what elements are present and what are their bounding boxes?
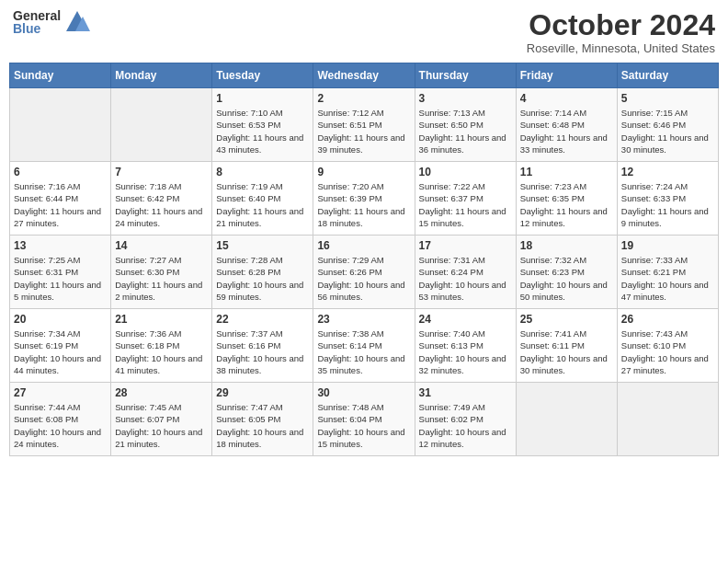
day-number: 20 bbox=[14, 313, 107, 326]
day-info: Sunrise: 7:16 AM Sunset: 6:44 PM Dayligh… bbox=[14, 180, 107, 229]
day-info: Sunrise: 7:33 AM Sunset: 6:21 PM Dayligh… bbox=[621, 254, 714, 303]
day-number: 6 bbox=[14, 166, 107, 178]
cell-week2-day2: 8Sunrise: 7:19 AM Sunset: 6:40 PM Daylig… bbox=[212, 162, 313, 236]
cell-week1-day1 bbox=[111, 88, 212, 162]
calendar-header: SundayMondayTuesdayWednesdayThursdayFrid… bbox=[10, 63, 719, 88]
day-number: 8 bbox=[216, 166, 309, 178]
header-tuesday: Tuesday bbox=[212, 63, 313, 88]
week-row-4: 20Sunrise: 7:34 AM Sunset: 6:19 PM Dayli… bbox=[10, 309, 719, 383]
cell-week3-day4: 17Sunrise: 7:31 AM Sunset: 6:24 PM Dayli… bbox=[415, 236, 516, 309]
header-thursday: Thursday bbox=[415, 63, 516, 88]
day-info: Sunrise: 7:27 AM Sunset: 6:30 PM Dayligh… bbox=[115, 254, 208, 303]
calendar-body: 1Sunrise: 7:10 AM Sunset: 6:53 PM Daylig… bbox=[10, 88, 719, 456]
cell-week3-day5: 18Sunrise: 7:32 AM Sunset: 6:23 PM Dayli… bbox=[516, 236, 617, 309]
day-info: Sunrise: 7:20 AM Sunset: 6:39 PM Dayligh… bbox=[317, 180, 410, 229]
cell-week1-day0 bbox=[10, 88, 111, 162]
cell-week1-day5: 4Sunrise: 7:14 AM Sunset: 6:48 PM Daylig… bbox=[516, 88, 617, 162]
logo-general-text: General bbox=[13, 9, 61, 22]
day-number: 26 bbox=[621, 313, 714, 326]
day-number: 31 bbox=[419, 386, 512, 399]
cell-week4-day1: 21Sunrise: 7:36 AM Sunset: 6:18 PM Dayli… bbox=[111, 309, 212, 383]
day-info: Sunrise: 7:22 AM Sunset: 6:37 PM Dayligh… bbox=[419, 180, 512, 229]
cell-week2-day1: 7Sunrise: 7:18 AM Sunset: 6:42 PM Daylig… bbox=[111, 162, 212, 236]
cell-week3-day3: 16Sunrise: 7:29 AM Sunset: 6:26 PM Dayli… bbox=[313, 236, 415, 309]
cell-week3-day0: 13Sunrise: 7:25 AM Sunset: 6:31 PM Dayli… bbox=[10, 236, 111, 309]
cell-week3-day2: 15Sunrise: 7:28 AM Sunset: 6:28 PM Dayli… bbox=[212, 236, 313, 309]
header-row: SundayMondayTuesdayWednesdayThursdayFrid… bbox=[10, 63, 719, 88]
day-info: Sunrise: 7:28 AM Sunset: 6:28 PM Dayligh… bbox=[216, 254, 309, 303]
day-info: Sunrise: 7:49 AM Sunset: 6:02 PM Dayligh… bbox=[419, 401, 512, 450]
day-number: 24 bbox=[419, 313, 512, 326]
day-number: 22 bbox=[216, 313, 309, 326]
day-number: 27 bbox=[14, 386, 107, 399]
day-number: 2 bbox=[317, 92, 410, 105]
header-monday: Monday bbox=[111, 63, 212, 88]
day-info: Sunrise: 7:23 AM Sunset: 6:35 PM Dayligh… bbox=[520, 180, 613, 229]
cell-week1-day3: 2Sunrise: 7:12 AM Sunset: 6:51 PM Daylig… bbox=[313, 88, 415, 162]
day-number: 16 bbox=[317, 239, 410, 252]
day-info: Sunrise: 7:13 AM Sunset: 6:50 PM Dayligh… bbox=[419, 107, 512, 155]
cell-week4-day6: 26Sunrise: 7:43 AM Sunset: 6:10 PM Dayli… bbox=[617, 309, 718, 383]
cell-week4-day0: 20Sunrise: 7:34 AM Sunset: 6:19 PM Dayli… bbox=[10, 309, 111, 383]
cell-week5-day6 bbox=[617, 383, 718, 456]
cell-week2-day6: 12Sunrise: 7:24 AM Sunset: 6:33 PM Dayli… bbox=[617, 162, 718, 236]
day-info: Sunrise: 7:43 AM Sunset: 6:10 PM Dayligh… bbox=[621, 327, 714, 376]
day-info: Sunrise: 7:41 AM Sunset: 6:11 PM Dayligh… bbox=[520, 327, 613, 376]
title-block: October 2024 Roseville, Minnesota, Unite… bbox=[527, 9, 715, 55]
day-number: 11 bbox=[520, 166, 613, 178]
cell-week5-day5 bbox=[516, 383, 617, 456]
cell-week2-day3: 9Sunrise: 7:20 AM Sunset: 6:39 PM Daylig… bbox=[313, 162, 415, 236]
logo-icon bbox=[64, 9, 90, 35]
cell-week2-day5: 11Sunrise: 7:23 AM Sunset: 6:35 PM Dayli… bbox=[516, 162, 617, 236]
day-info: Sunrise: 7:29 AM Sunset: 6:26 PM Dayligh… bbox=[317, 254, 410, 303]
day-number: 19 bbox=[621, 239, 714, 252]
cell-week2-day0: 6Sunrise: 7:16 AM Sunset: 6:44 PM Daylig… bbox=[10, 162, 111, 236]
cell-week4-day4: 24Sunrise: 7:40 AM Sunset: 6:13 PM Dayli… bbox=[415, 309, 516, 383]
week-row-1: 1Sunrise: 7:10 AM Sunset: 6:53 PM Daylig… bbox=[10, 88, 719, 162]
calendar-table: SundayMondayTuesdayWednesdayThursdayFrid… bbox=[9, 63, 719, 456]
day-number: 25 bbox=[520, 313, 613, 326]
cell-week5-day2: 29Sunrise: 7:47 AM Sunset: 6:05 PM Dayli… bbox=[212, 383, 313, 456]
day-number: 13 bbox=[14, 239, 107, 252]
week-row-5: 27Sunrise: 7:44 AM Sunset: 6:08 PM Dayli… bbox=[10, 383, 719, 456]
day-number: 21 bbox=[115, 313, 208, 326]
day-info: Sunrise: 7:32 AM Sunset: 6:23 PM Dayligh… bbox=[520, 254, 613, 303]
cell-week1-day2: 1Sunrise: 7:10 AM Sunset: 6:53 PM Daylig… bbox=[212, 88, 313, 162]
day-number: 4 bbox=[520, 92, 613, 105]
header-sunday: Sunday bbox=[10, 63, 111, 88]
cell-week3-day6: 19Sunrise: 7:33 AM Sunset: 6:21 PM Dayli… bbox=[617, 236, 718, 309]
day-number: 30 bbox=[317, 386, 410, 399]
logo: General Blue bbox=[13, 9, 90, 35]
day-info: Sunrise: 7:47 AM Sunset: 6:05 PM Dayligh… bbox=[216, 401, 309, 450]
day-number: 9 bbox=[317, 166, 410, 178]
cell-week4-day5: 25Sunrise: 7:41 AM Sunset: 6:11 PM Dayli… bbox=[516, 309, 617, 383]
day-info: Sunrise: 7:15 AM Sunset: 6:46 PM Dayligh… bbox=[621, 107, 714, 155]
day-number: 23 bbox=[317, 313, 410, 326]
header-saturday: Saturday bbox=[617, 63, 718, 88]
day-number: 7 bbox=[115, 166, 208, 178]
day-number: 1 bbox=[216, 92, 309, 105]
header-friday: Friday bbox=[516, 63, 617, 88]
cell-week3-day1: 14Sunrise: 7:27 AM Sunset: 6:30 PM Dayli… bbox=[111, 236, 212, 309]
day-info: Sunrise: 7:10 AM Sunset: 6:53 PM Dayligh… bbox=[216, 107, 309, 155]
logo-blue-text: Blue bbox=[13, 22, 61, 35]
day-info: Sunrise: 7:18 AM Sunset: 6:42 PM Dayligh… bbox=[115, 180, 208, 229]
day-number: 14 bbox=[115, 239, 208, 252]
day-info: Sunrise: 7:14 AM Sunset: 6:48 PM Dayligh… bbox=[520, 107, 613, 155]
day-info: Sunrise: 7:45 AM Sunset: 6:07 PM Dayligh… bbox=[115, 401, 208, 450]
day-info: Sunrise: 7:31 AM Sunset: 6:24 PM Dayligh… bbox=[419, 254, 512, 303]
day-info: Sunrise: 7:48 AM Sunset: 6:04 PM Dayligh… bbox=[317, 401, 410, 450]
cell-week4-day3: 23Sunrise: 7:38 AM Sunset: 6:14 PM Dayli… bbox=[313, 309, 415, 383]
cell-week1-day6: 5Sunrise: 7:15 AM Sunset: 6:46 PM Daylig… bbox=[617, 88, 718, 162]
day-info: Sunrise: 7:24 AM Sunset: 6:33 PM Dayligh… bbox=[621, 180, 714, 229]
day-number: 15 bbox=[216, 239, 309, 252]
header-wednesday: Wednesday bbox=[313, 63, 415, 88]
cell-week5-day3: 30Sunrise: 7:48 AM Sunset: 6:04 PM Dayli… bbox=[313, 383, 415, 456]
day-info: Sunrise: 7:12 AM Sunset: 6:51 PM Dayligh… bbox=[317, 107, 410, 155]
day-number: 12 bbox=[621, 166, 714, 178]
day-number: 28 bbox=[115, 386, 208, 399]
cell-week2-day4: 10Sunrise: 7:22 AM Sunset: 6:37 PM Dayli… bbox=[415, 162, 516, 236]
day-number: 10 bbox=[419, 166, 512, 178]
day-number: 5 bbox=[621, 92, 714, 105]
day-info: Sunrise: 7:25 AM Sunset: 6:31 PM Dayligh… bbox=[14, 254, 107, 303]
